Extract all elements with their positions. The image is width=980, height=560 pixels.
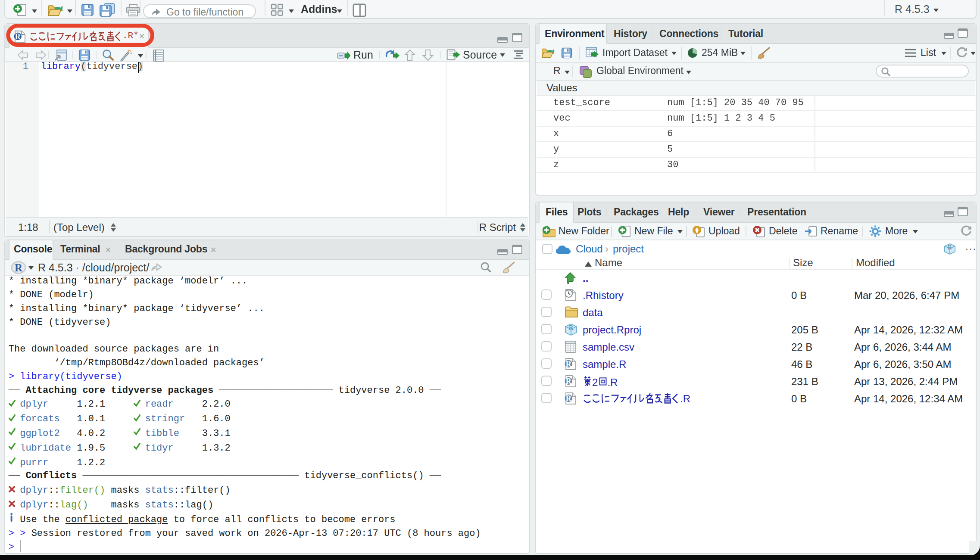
svg-text:R: R [948, 244, 952, 251]
svg-text:R: R [569, 324, 574, 331]
svg-text:R: R [566, 360, 572, 368]
svg-text:R: R [566, 394, 572, 403]
svg-text:R: R [15, 262, 23, 274]
svg-text:R: R [566, 377, 572, 386]
